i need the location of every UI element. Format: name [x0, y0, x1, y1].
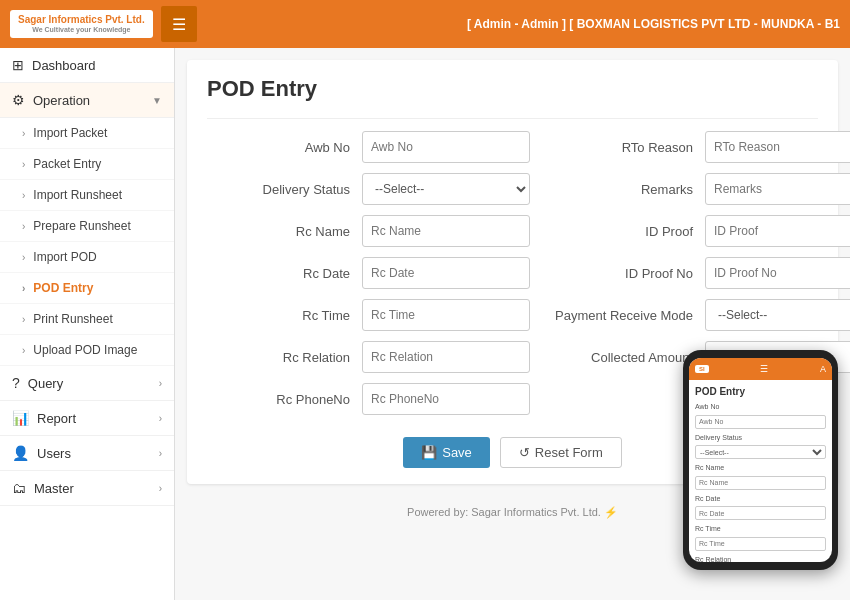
- remarks-row: Remarks: [550, 173, 850, 205]
- dot-icon-0: ›: [22, 128, 25, 139]
- phone-content: POD Entry Awb No Delivery Status --Selec…: [689, 380, 832, 562]
- user-info: [ Admin - Admin ] [ BOXMAN LOGISTICS PVT…: [467, 17, 840, 31]
- delivery-status-select[interactable]: --Select--: [362, 173, 530, 205]
- remarks-input[interactable]: [705, 173, 850, 205]
- footer-text: Powered by: Sagar Informatics Pvt. Ltd.: [407, 506, 601, 518]
- sidebar-sublabel-3: Prepare Runsheet: [33, 219, 130, 233]
- sidebar-item-master[interactable]: 🗂 Master ›: [0, 471, 174, 506]
- sidebar-item-report[interactable]: 📊 Report ›: [0, 401, 174, 436]
- id-proof-label: ID Proof: [550, 224, 705, 239]
- rto-reason-row: RTo Reason: [550, 131, 850, 163]
- phone-screen: SI ☰ A POD Entry Awb No Delivery Status …: [689, 358, 832, 562]
- sidebar-sublabel-0: Import Packet: [33, 126, 107, 140]
- sidebar-subitem-import-runsheet[interactable]: › Import Runsheet: [0, 180, 174, 211]
- query-icon: ?: [12, 375, 20, 391]
- awb-no-label: Awb No: [207, 140, 362, 155]
- rc-phoneno-input[interactable]: [362, 383, 530, 415]
- phone-delivery-select[interactable]: --Select--: [695, 445, 826, 459]
- sidebar-label-report: Report: [37, 411, 76, 426]
- divider: [207, 118, 818, 119]
- dot-icon-4: ›: [22, 252, 25, 263]
- payment-receive-mode-select[interactable]: --Select--: [705, 299, 850, 331]
- reset-icon: ↺: [519, 445, 530, 460]
- dot-icon-3: ›: [22, 221, 25, 232]
- phone-user-icon: A: [820, 364, 826, 374]
- sidebar-sublabel-5: POD Entry: [33, 281, 93, 295]
- sidebar-sublabel-2: Import Runsheet: [33, 188, 122, 202]
- sidebar-subitem-import-packet[interactable]: › Import Packet: [0, 118, 174, 149]
- form-left-col: Awb No Delivery Status --Select-- Rc Nam…: [207, 131, 530, 417]
- chevron-right-icon-query: ›: [159, 378, 162, 389]
- dot-icon-1: ›: [22, 159, 25, 170]
- logo: Sagar Informatics Pvt. Ltd. We Cultivate…: [10, 10, 153, 38]
- reset-button[interactable]: ↺ Reset Form: [500, 437, 622, 468]
- chevron-right-icon-users: ›: [159, 448, 162, 459]
- sidebar-label-users: Users: [37, 446, 71, 461]
- save-label: Save: [442, 445, 472, 460]
- phone-rc-time-input[interactable]: [695, 537, 826, 551]
- sidebar-sublabel-6: Print Runsheet: [33, 312, 112, 326]
- phone-logo: SI: [695, 365, 709, 373]
- rc-date-row: Rc Date: [207, 257, 530, 289]
- sidebar-subitem-pod-entry[interactable]: › POD Entry: [0, 273, 174, 304]
- dot-icon-7: ›: [22, 345, 25, 356]
- phone-rc-time-label: Rc Time: [695, 525, 826, 532]
- phone-awb-input[interactable]: [695, 415, 826, 429]
- sidebar-subitem-upload-pod-image[interactable]: › Upload POD Image: [0, 335, 174, 366]
- report-icon: 📊: [12, 410, 29, 426]
- dashboard-icon: ⊞: [12, 57, 24, 73]
- save-button[interactable]: 💾 Save: [403, 437, 490, 468]
- rc-name-row: Rc Name: [207, 215, 530, 247]
- rto-reason-input[interactable]: [705, 131, 850, 163]
- phone-rc-date-label: Rc Date: [695, 495, 826, 502]
- footer-logo-icon: ⚡: [604, 506, 618, 518]
- reset-label: Reset Form: [535, 445, 603, 460]
- sidebar-label-operation: Operation: [33, 93, 90, 108]
- hamburger-button[interactable]: ☰: [161, 6, 197, 42]
- chevron-down-icon: ▼: [152, 95, 162, 106]
- sidebar-label-query: Query: [28, 376, 63, 391]
- users-icon: 👤: [12, 445, 29, 461]
- id-proof-input[interactable]: [705, 215, 850, 247]
- sidebar-sublabel-7: Upload POD Image: [33, 343, 137, 357]
- save-icon: 💾: [421, 445, 437, 460]
- content-area: POD Entry Awb No Delivery Status --Selec…: [175, 48, 850, 600]
- phone-hamburger-icon: ☰: [760, 364, 768, 374]
- id-proof-row: ID Proof: [550, 215, 850, 247]
- sidebar-item-operation[interactable]: ⚙ Operation ▼: [0, 83, 174, 118]
- payment-receive-mode-label: Payment Receive Mode: [550, 308, 705, 323]
- sidebar-item-dashboard[interactable]: ⊞ Dashboard: [0, 48, 174, 83]
- phone-title: POD Entry: [695, 386, 826, 397]
- rc-date-label: Rc Date: [207, 266, 362, 281]
- top-header: Sagar Informatics Pvt. Ltd. We Cultivate…: [0, 0, 850, 48]
- sidebar-sublabel-1: Packet Entry: [33, 157, 101, 171]
- rc-phoneno-row: Rc PhoneNo: [207, 383, 530, 415]
- rc-date-input[interactable]: [362, 257, 530, 289]
- sidebar-subitem-prepare-runsheet[interactable]: › Prepare Runsheet: [0, 211, 174, 242]
- delivery-status-row: Delivery Status --Select--: [207, 173, 530, 205]
- phone-awb-label: Awb No: [695, 403, 826, 410]
- sidebar-label-master: Master: [34, 481, 74, 496]
- rc-relation-input[interactable]: [362, 341, 530, 373]
- sidebar-label-dashboard: Dashboard: [32, 58, 96, 73]
- sidebar-subitem-packet-entry[interactable]: › Packet Entry: [0, 149, 174, 180]
- sidebar-subitem-print-runsheet[interactable]: › Print Runsheet: [0, 304, 174, 335]
- rc-name-input[interactable]: [362, 215, 530, 247]
- phone-rc-name-input[interactable]: [695, 476, 826, 490]
- logo-sub-text: We Cultivate your Knowledge: [32, 26, 130, 34]
- delivery-status-label: Delivery Status: [207, 182, 362, 197]
- operation-icon: ⚙: [12, 92, 25, 108]
- dot-icon-5: ›: [22, 283, 25, 294]
- page-title: POD Entry: [207, 76, 818, 102]
- id-proof-no-label: ID Proof No: [550, 266, 705, 281]
- phone-rc-date-input[interactable]: [695, 506, 826, 520]
- sidebar-item-users[interactable]: 👤 Users ›: [0, 436, 174, 471]
- awb-no-input[interactable]: [362, 131, 530, 163]
- phone-rc-name-label: Rc Name: [695, 464, 826, 471]
- rc-time-input[interactable]: [362, 299, 530, 331]
- payment-receive-mode-row: Payment Receive Mode --Select--: [550, 299, 850, 331]
- sidebar-item-query[interactable]: ? Query ›: [0, 366, 174, 401]
- id-proof-no-input[interactable]: [705, 257, 850, 289]
- sidebar-subitem-import-pod[interactable]: › Import POD: [0, 242, 174, 273]
- sidebar: ⊞ Dashboard ⚙ Operation ▼ › Import Packe…: [0, 48, 175, 600]
